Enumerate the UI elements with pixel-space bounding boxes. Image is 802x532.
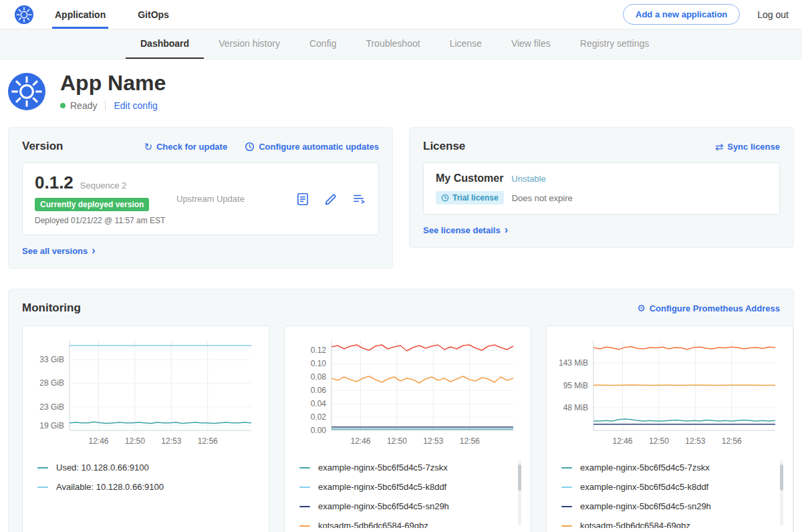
legend-item: kotsadm-5db6dc6584-69qbz (556, 516, 783, 528)
see-all-versions-label: See all versions (22, 246, 88, 256)
chart-legend: example-nginx-5bc6f5d4c5-7zskxexample-ng… (294, 458, 521, 528)
svg-text:12:53: 12:53 (685, 436, 705, 446)
chart-plot: 19 GiB23 GiB28 GiB33 GiB12:4612:5012:531… (32, 334, 259, 451)
current-version-panel: 0.1.2 Sequence 2 Currently deployed vers… (22, 162, 379, 235)
refresh-icon: ↻ (144, 142, 152, 152)
configure-prometheus-label: Configure Prometheus Address (650, 303, 780, 313)
configure-automatic-updates-link[interactable]: Configure automatic updates (245, 142, 379, 152)
chart-title: CPU Usage (294, 528, 521, 532)
tab-view-files[interactable]: View files (497, 29, 565, 59)
legend-label: example-nginx-5bc6f5d4c5-sn29h (318, 501, 449, 511)
legend-color-dash-icon (37, 467, 48, 469)
legend-label: Available: 10.128.0.66:9100 (56, 482, 164, 492)
chart-title: Disk Usage (32, 528, 259, 532)
tab-troubleshoot[interactable]: Troubleshoot (351, 29, 434, 59)
add-new-application-button[interactable]: Add a new application (623, 4, 740, 25)
nav-tab-gitops[interactable]: GitOps (135, 0, 172, 29)
sync-license-label: Sync license (727, 142, 780, 152)
legend-item: example-nginx-5bc6f5d4c5-sn29h (294, 497, 521, 516)
legend-color-dash-icon (561, 525, 572, 527)
kubernetes-logo[interactable] (15, 5, 33, 24)
svg-text:95 MiB: 95 MiB (563, 381, 588, 390)
clock-arrow-icon (245, 142, 255, 152)
top-navbar: Application GitOps Add a new application… (0, 0, 802, 29)
see-license-details-label: See license details (423, 225, 501, 235)
legend-scrollbar[interactable] (780, 460, 783, 525)
secondary-nav: Dashboard Version history Config Trouble… (0, 29, 802, 59)
chart-panel-disk-usage: 19 GiB23 GiB28 GiB33 GiB12:4612:5012:531… (22, 325, 269, 532)
svg-text:12:50: 12:50 (125, 436, 145, 446)
legend-color-dash-icon (561, 467, 572, 469)
nav-tab-application[interactable]: Application (52, 0, 108, 29)
legend-item: example-nginx-5bc6f5d4c5-7zskx (294, 458, 521, 477)
sequence-label: Sequence 2 (80, 180, 126, 190)
tab-license[interactable]: License (435, 29, 497, 59)
page-title: App Name (60, 72, 166, 95)
edit-config-icon[interactable] (323, 192, 338, 207)
see-license-details-link[interactable]: See license details › (423, 225, 508, 235)
monitoring-card: Monitoring ⚙ Configure Prometheus Addres… (8, 289, 794, 532)
svg-text:0.08: 0.08 (311, 372, 327, 382)
svg-text:12:46: 12:46 (89, 436, 109, 446)
deployed-timestamp: Deployed 01/21/22 @ 11:57 am EST (35, 216, 176, 225)
svg-text:0.02: 0.02 (311, 412, 327, 422)
svg-text:12:53: 12:53 (423, 436, 443, 446)
legend-color-dash-icon (561, 506, 572, 507)
tab-registry-settings[interactable]: Registry settings (565, 29, 664, 59)
see-all-versions-link[interactable]: See all versions › (22, 245, 96, 256)
legend-wrap: example-nginx-5bc6f5d4c5-7zskxexample-ng… (294, 458, 521, 528)
release-notes-icon[interactable] (295, 192, 310, 207)
chevron-right-icon: › (505, 225, 508, 235)
gear-icon: ⚙ (637, 303, 646, 313)
version-card-title: Version (22, 140, 63, 153)
scrollbar-thumb[interactable] (780, 464, 783, 491)
svg-text:0.10: 0.10 (311, 359, 327, 368)
legend-scrollbar[interactable] (518, 460, 521, 525)
trial-clock-icon (441, 194, 449, 202)
legend-label: example-nginx-5bc6f5d4c5-sn29h (580, 501, 711, 511)
legend-item: Used: 10.128.0.66:9100 (32, 458, 259, 477)
svg-text:12:56: 12:56 (722, 436, 742, 446)
app-icon (8, 73, 45, 110)
legend-color-dash-icon (299, 506, 310, 507)
configure-prometheus-link[interactable]: ⚙ Configure Prometheus Address (637, 303, 780, 313)
tab-config[interactable]: Config (295, 29, 351, 59)
divider (105, 101, 106, 110)
status-badge: Ready (70, 100, 97, 111)
chart-plot: 0.000.020.040.060.080.100.1212:4612:5012… (294, 334, 521, 451)
svg-text:23 GiB: 23 GiB (39, 402, 64, 412)
legend-item: kotsadm-5db6dc6584-69qbz (294, 516, 521, 528)
chart-legend: Used: 10.128.0.66:9100Available: 10.128.… (32, 458, 259, 497)
legend-label: kotsadm-5db6dc6584-69qbz (580, 521, 690, 528)
svg-text:12:46: 12:46 (351, 436, 371, 446)
edit-config-link[interactable]: Edit config (114, 100, 157, 111)
svg-text:19 GiB: 19 GiB (39, 421, 64, 430)
deploy-logs-icon[interactable] (352, 192, 366, 207)
legend-item: example-nginx-5bc6f5d4c5-k8ddf (294, 477, 521, 497)
legend-color-dash-icon (299, 525, 310, 527)
deployed-version-badge: Currently deployed version (35, 198, 149, 211)
svg-text:0.00: 0.00 (311, 426, 327, 435)
legend-label: example-nginx-5bc6f5d4c5-7zskx (318, 462, 448, 473)
svg-text:12:56: 12:56 (198, 436, 218, 446)
chart-panel-cpu-usage: 0.000.020.040.060.080.100.1212:4612:5012… (284, 325, 531, 532)
license-expiry-text: Does not expire (512, 193, 573, 203)
primary-nav: Application GitOps (52, 0, 198, 29)
sync-license-link[interactable]: ⇄ Sync license (715, 142, 780, 152)
tab-dashboard[interactable]: Dashboard (126, 29, 204, 59)
svg-text:12:56: 12:56 (460, 436, 480, 446)
summary-cards-row: Version ↻ Check for update Configure aut… (0, 127, 802, 269)
legend-label: kotsadm-5db6dc6584-69qbz (318, 521, 428, 528)
legend-label: example-nginx-5bc6f5d4c5-k8ddf (318, 482, 446, 492)
svg-text:12:50: 12:50 (649, 436, 669, 446)
svg-text:0.12: 0.12 (311, 346, 327, 355)
legend-item: example-nginx-5bc6f5d4c5-k8ddf (556, 477, 783, 497)
license-card: License ⇄ Sync license My Customer Unsta… (409, 127, 794, 248)
svg-text:0.06: 0.06 (311, 386, 327, 395)
tab-version-history[interactable]: Version history (204, 29, 295, 59)
scrollbar-thumb[interactable] (518, 464, 521, 491)
svg-text:12:46: 12:46 (613, 436, 633, 446)
trial-license-badge: Trial license (436, 191, 504, 205)
check-for-update-link[interactable]: ↻ Check for update (144, 142, 227, 152)
logout-link[interactable]: Log out (757, 9, 789, 20)
